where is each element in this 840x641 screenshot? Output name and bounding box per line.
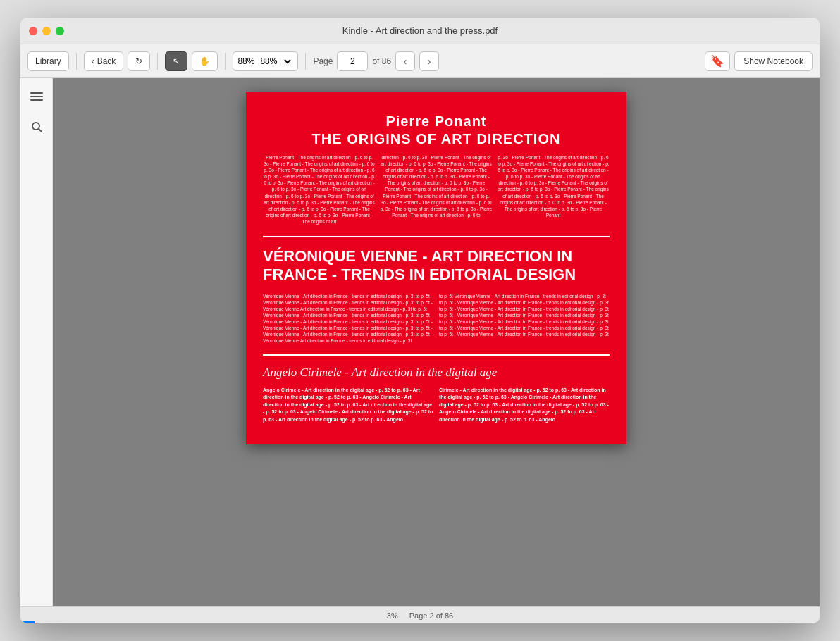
s1-title: Pierre Ponant xyxy=(263,113,610,130)
document-area[interactable]: Pierre Ponant The origins of art directi… xyxy=(53,78,820,606)
svg-rect-1 xyxy=(30,96,43,97)
titlebar: Kindle - Art direction and the press.pdf xyxy=(20,18,820,44)
prev-icon: ‹ xyxy=(404,56,407,67)
sidebar xyxy=(20,78,53,606)
separator-2 xyxy=(157,53,158,70)
maximize-button[interactable] xyxy=(56,27,64,35)
sidebar-toc-icon[interactable] xyxy=(26,87,47,108)
divider-1 xyxy=(263,236,610,237)
toolbar: Library ‹ Back ↻ ↖ ✋ 88% 88% 50% 75% 100… xyxy=(20,44,820,78)
divider-2 xyxy=(263,354,610,356)
separator-1 xyxy=(76,53,77,70)
s1-col3: p. 3o - Pierre Ponant - The origins of a… xyxy=(497,154,610,225)
back-button[interactable]: ‹ Back xyxy=(84,51,124,71)
bookmark-icon: 🔖 xyxy=(710,54,724,68)
next-page-button[interactable]: › xyxy=(419,51,439,71)
hand-tool-button[interactable]: ✋ xyxy=(192,51,218,71)
separator-3 xyxy=(225,53,226,70)
prev-page-button[interactable]: ‹ xyxy=(395,51,415,71)
minimize-button[interactable] xyxy=(42,27,51,35)
page-status: Page 2 of 86 xyxy=(409,611,453,620)
s2-body: Véronique Vienne - Art direction in Fran… xyxy=(263,293,610,344)
cursor-icon: ↖ xyxy=(173,56,180,66)
s2-title: Véronique Vienne - Art Direction in Fran… xyxy=(263,247,610,285)
s3-col1: Angelo Cirimele - Art direction in the d… xyxy=(263,387,433,424)
s1-body: Pierre Ponant - The origins of art direc… xyxy=(263,154,610,225)
s3-col2: Cirimele - Art direction in the digital … xyxy=(439,387,610,424)
separator-4 xyxy=(305,53,306,70)
library-button[interactable]: Library xyxy=(27,51,69,71)
section-veronique-vienne: Véronique Vienne - Art Direction in Fran… xyxy=(263,247,610,344)
page-input[interactable] xyxy=(337,51,368,71)
back-icon: ‹ xyxy=(92,56,94,66)
s3-title: Angelo Cirimele - Art direction in the d… xyxy=(263,366,610,380)
main-window: Kindle - Art direction and the press.pdf… xyxy=(20,18,820,623)
zoom-value: 88% xyxy=(237,56,254,66)
traffic-lights xyxy=(29,27,64,35)
svg-rect-0 xyxy=(30,92,43,94)
section-pierre-ponant: Pierre Ponant The origins of art directi… xyxy=(263,113,610,225)
s3-body: Angelo Cirimele - Art direction in the d… xyxy=(263,387,610,424)
page-of-label: of 86 xyxy=(372,56,391,66)
refresh-icon: ↻ xyxy=(135,56,142,66)
next-icon: › xyxy=(428,56,431,67)
cursor-tool-button[interactable]: ↖ xyxy=(165,51,187,71)
statusbar: 3% Page 2 of 86 xyxy=(20,606,820,623)
window-title: Kindle - Art direction and the press.pdf xyxy=(342,25,498,36)
svg-rect-2 xyxy=(30,99,43,101)
show-notebook-button[interactable]: Show Notebook xyxy=(734,51,813,71)
s2-col2: to p. 5t Véronique Vienne - Art directio… xyxy=(439,293,610,344)
zoom-selector[interactable]: 88% 88% 50% 75% 100% 125% 150% xyxy=(233,51,298,71)
zoom-dropdown[interactable]: 88% 50% 75% 100% 125% 150% xyxy=(257,56,293,67)
svg-line-4 xyxy=(39,129,42,132)
close-button[interactable] xyxy=(29,27,37,35)
pdf-page: Pierre Ponant The origins of art directi… xyxy=(246,92,626,444)
s2-col1: Véronique Vienne - Art direction in Fran… xyxy=(263,293,433,344)
progress-percent: 3% xyxy=(387,611,398,620)
section-angelo-cirimele: Angelo Cirimele - Art direction in the d… xyxy=(263,366,610,424)
main-content: Pierre Ponant The origins of art directi… xyxy=(20,78,820,606)
s1-subtitle: The origins of art direction xyxy=(263,131,610,147)
sidebar-search-icon[interactable] xyxy=(26,116,47,137)
bookmark-button[interactable]: 🔖 xyxy=(705,51,730,71)
s1-col2: direction - p. 6 to p. 3o - Pierre Ponan… xyxy=(380,154,493,225)
page-label-text: Page xyxy=(313,56,333,66)
hand-icon: ✋ xyxy=(199,56,210,66)
refresh-button[interactable]: ↻ xyxy=(128,51,150,71)
progress-tab xyxy=(20,621,35,623)
s1-col1: Pierre Ponant - The origins of art direc… xyxy=(263,154,376,225)
